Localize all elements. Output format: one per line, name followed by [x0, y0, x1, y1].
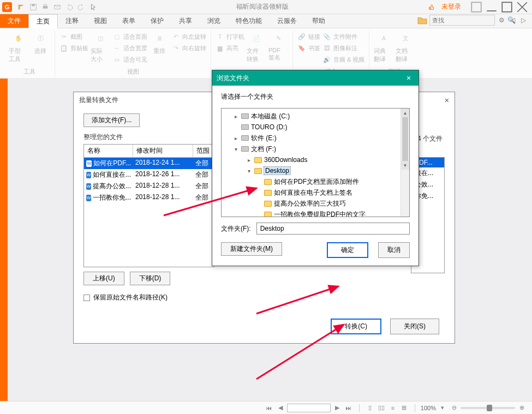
qat-redo-icon[interactable] [76, 2, 87, 13]
next-page-icon[interactable]: ▶ [332, 404, 342, 412]
file-convert-btn[interactable]: 📄文件 转换 [247, 31, 266, 68]
tab-browse[interactable]: 浏览 [200, 14, 228, 28]
table-row[interactable]: W如何在PDF...2018-12-24 1...全部 [84, 158, 214, 169]
tab-cloud[interactable]: 云服务 [270, 14, 304, 28]
doc-translate-btn[interactable]: 文文档 翻译 [396, 31, 415, 67]
search-folder-icon[interactable] [417, 15, 427, 25]
fit-visible-btn[interactable]: ▭适合可见 [112, 55, 147, 64]
hand-tool[interactable]: ✋手型 工具 [9, 31, 28, 67]
batch-close-icon[interactable]: × [445, 96, 449, 105]
tab-share[interactable]: 共享 [171, 14, 200, 28]
zoom-out-icon[interactable]: ⊖ [449, 404, 459, 412]
search-box[interactable]: 🔍 [429, 15, 495, 26]
tab-file[interactable]: 文件 [0, 14, 28, 28]
first-page-icon[interactable]: ⏮ [264, 404, 274, 412]
tab-help[interactable]: 帮助 [304, 14, 333, 28]
keep-path-checkbox[interactable] [83, 295, 90, 301]
snapshot-btn[interactable]: ✂截图 [59, 32, 88, 41]
minimize-icon[interactable] [484, 2, 499, 13]
page-input[interactable] [287, 404, 331, 412]
browse-prompt: 请选择一个文件夹 [221, 92, 410, 101]
layout-4-icon[interactable]: ⊞ [399, 404, 409, 412]
fit-width-btn[interactable]: ↔适合宽度 [112, 43, 147, 53]
close-button[interactable]: 关闭(S) [390, 319, 439, 334]
clipboard-btn[interactable]: 📋剪贴板 [59, 43, 88, 53]
reflow-btn[interactable]: ≣重排 [150, 31, 169, 67]
col-name[interactable]: 名称 [84, 145, 133, 158]
drive-icon [241, 146, 249, 152]
maximize-icon[interactable] [499, 2, 515, 13]
ok-button[interactable]: 确定 [327, 242, 368, 258]
image-annot-btn[interactable]: 🖼图像标注 [322, 43, 364, 53]
qat-cursor-icon[interactable] [88, 2, 99, 13]
layout-3-icon[interactable]: ≡ [388, 404, 398, 412]
rotate-right-btn[interactable]: ↷向右旋转 [171, 43, 206, 53]
convert-button[interactable]: 转换(C) [331, 319, 381, 334]
qat-undo-icon[interactable] [64, 2, 75, 13]
table-row[interactable]: W一招教你免...2018-12-28 1...全部 [84, 192, 214, 203]
tab-form[interactable]: 表单 [115, 14, 143, 28]
last-page-icon[interactable]: ⏭ [344, 404, 354, 412]
select-tool[interactable]: Ⓣ选择 [31, 31, 50, 67]
word-translate-btn[interactable]: A词典 翻译 [374, 31, 393, 67]
tree-scrollbar[interactable]: ▲▼ [401, 109, 409, 217]
table-row[interactable]: W提高办公效...2018-12-28 1...全部 [84, 181, 214, 192]
skin-icon[interactable] [469, 2, 484, 13]
drive-icon [241, 135, 249, 141]
highlight-btn[interactable]: ▆高亮 [216, 43, 244, 53]
link-btn[interactable]: 🔗链接 [297, 32, 320, 41]
folder-name-input[interactable] [256, 223, 410, 235]
tab-protect[interactable]: 保护 [143, 14, 171, 28]
settings-gear-icon[interactable]: ⚙ [497, 16, 506, 25]
folder-tree[interactable]: ▲▼ ▸本地磁盘 (C:) TOURO (D:) ▸软件 (E:) ▾文档 (F… [221, 108, 410, 217]
prev-tab-icon[interactable]: ◁ [508, 16, 517, 25]
search-input[interactable] [432, 17, 507, 23]
close-icon[interactable] [515, 2, 530, 13]
title-bar: G 福昕阅读器领鲜版 未登录 [0, 0, 532, 14]
thumb-up-icon[interactable] [426, 2, 437, 13]
app-logo-icon: G [2, 2, 12, 12]
pdf-sign-btn[interactable]: ✎PDF 签名 [268, 31, 288, 68]
typewriter-btn[interactable]: T打字机 [216, 32, 244, 41]
rotate-left-btn[interactable]: ↶向左旋转 [171, 32, 206, 41]
svg-rect-2 [43, 6, 48, 8]
tab-comment[interactable]: 注释 [58, 14, 86, 28]
tab-features[interactable]: 特色功能 [228, 14, 270, 28]
qat-open-icon[interactable] [16, 2, 27, 13]
move-down-button[interactable]: 下移(D) [130, 272, 171, 285]
av-btn[interactable]: 🔊音频 & 视频 [322, 55, 364, 64]
bookmark-btn[interactable]: 🔖书签 [297, 43, 320, 53]
side-panel-strip[interactable] [0, 79, 8, 401]
col-range[interactable]: 范围 [193, 145, 214, 158]
svg-rect-5 [471, 2, 481, 12]
svg-rect-3 [44, 4, 46, 6]
cancel-button[interactable]: 取消 [378, 242, 410, 258]
svg-rect-1 [32, 4, 34, 6]
browse-close-icon[interactable]: × [403, 74, 414, 82]
file-attach-btn[interactable]: 📎文件附件 [322, 32, 364, 41]
move-up-button[interactable]: 上移(U) [83, 272, 124, 285]
folder-icon [254, 168, 262, 174]
tab-home[interactable]: 主页 [28, 14, 58, 28]
col-date[interactable]: 修改时间 [133, 145, 193, 158]
qat-mail-icon[interactable] [52, 2, 63, 13]
batch-title: 批量转换文件 [79, 95, 118, 105]
keep-path-label: 保留原始文件名和路径(K) [93, 293, 168, 302]
add-files-button[interactable]: 添加文件(F)... [83, 113, 140, 127]
layout-1-icon[interactable]: ▯ [365, 404, 375, 412]
qat-print-icon[interactable] [40, 2, 51, 13]
table-row[interactable]: W如何直接在...2018-12-26 1...全部 [84, 169, 214, 181]
next-tab-icon[interactable]: ▷ [519, 16, 528, 25]
new-folder-button[interactable]: 新建文件夹(M) [221, 242, 282, 256]
fit-page-btn[interactable]: ▢适合页面 [112, 32, 147, 41]
drive-icon [241, 124, 249, 130]
zoom-slider[interactable] [461, 407, 515, 409]
qat-save-icon[interactable] [28, 2, 39, 13]
zoom-in-icon[interactable]: ⊕ [517, 404, 527, 412]
layout-2-icon[interactable]: ▯▯ [376, 404, 386, 412]
actual-size-btn[interactable]: ◫实际 大小 [91, 31, 110, 67]
zoom-dropdown-icon[interactable]: ▾ [438, 404, 447, 412]
tab-view[interactable]: 视图 [86, 14, 115, 28]
login-link[interactable]: 未登录 [437, 1, 465, 13]
prev-page-icon[interactable]: ◀ [276, 404, 285, 412]
